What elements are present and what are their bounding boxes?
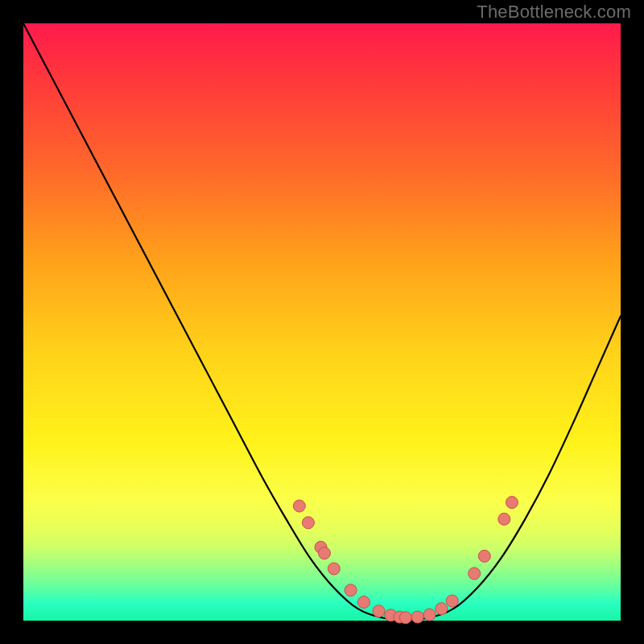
curve-layer [23,23,621,621]
chart-frame: TheBottleneck.com [0,0,644,644]
marker-dot [302,517,314,529]
marker-dot [357,597,369,609]
marker-dot [318,547,330,559]
marker-dot [293,500,305,512]
marker-dot [436,603,448,615]
marker-dot [411,611,423,623]
marker-dot [446,595,458,607]
plot-area [23,23,621,621]
marker-dot [469,568,481,580]
highlight-dots [293,497,518,624]
marker-dot [498,513,510,525]
watermark-text: TheBottleneck.com [477,2,631,23]
marker-dot [399,612,411,624]
marker-dot [423,609,436,621]
marker-dot [373,605,385,617]
marker-dot [345,584,357,597]
marker-dot [328,563,340,575]
marker-dot [478,550,490,562]
marker-dot [506,497,518,509]
bottleneck-curve [23,23,621,620]
